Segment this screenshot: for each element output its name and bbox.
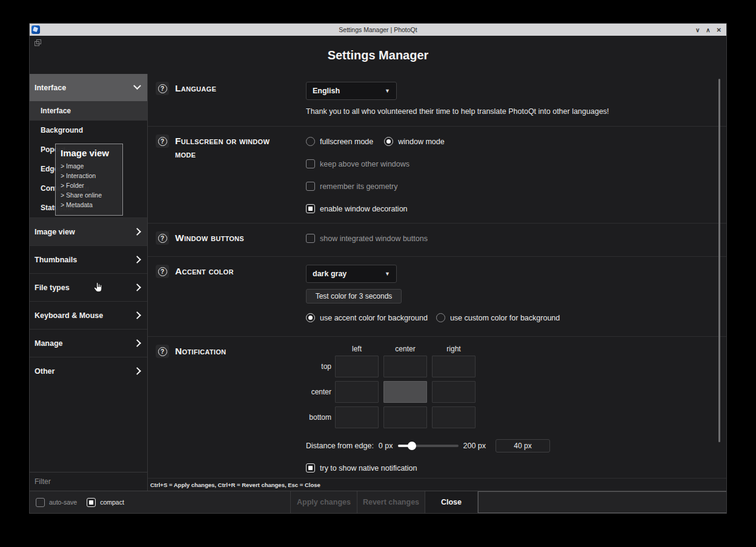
tooltip-item: > Interaction — [61, 171, 118, 181]
compact-checkbox[interactable]: compact — [87, 498, 124, 507]
section-title-fullscreen: Fullscreen or window mode — [175, 134, 306, 162]
remember-geometry-checkbox[interactable]: remember its geometry — [306, 179, 726, 193]
slider-handle[interactable] — [408, 442, 416, 450]
help-icon[interactable]: ? — [156, 345, 169, 358]
slider-max-label: 200 px — [463, 442, 486, 450]
close-button[interactable]: Close — [425, 491, 478, 513]
position-cell-bottom-center[interactable] — [383, 406, 427, 428]
position-cell-center-left[interactable] — [335, 381, 379, 403]
revert-changes-button[interactable]: Revert changes — [357, 491, 425, 513]
sidebar-subitem-interface[interactable]: Interface — [30, 101, 147, 121]
tooltip-title: Image view — [61, 148, 118, 158]
checkbox-icon — [306, 234, 315, 243]
radio-icon — [436, 313, 445, 322]
integrated-window-buttons-checkbox[interactable]: show integrated window buttons — [306, 231, 726, 245]
position-cell-center-right[interactable] — [432, 381, 476, 403]
checkbox-icon — [306, 182, 315, 191]
section-fullscreen-mode: ? Fullscreen or window mode fullscreen m… — [148, 126, 726, 223]
notification-position-grid: left center right top center — [306, 345, 726, 432]
accent-background-radio[interactable]: use accent color for background — [306, 311, 428, 325]
checkbox-icon — [306, 159, 315, 168]
chevron-right-icon — [133, 283, 141, 291]
chevron-right-icon — [133, 367, 141, 375]
help-icon[interactable]: ? — [156, 134, 169, 148]
native-notification-checkbox[interactable]: try to show native notification — [306, 461, 726, 475]
chevron-right-icon — [133, 256, 141, 264]
section-title-window-buttons: Window buttons — [175, 231, 262, 245]
shortcut-hint-bar: Ctrl+S = Apply changes, Ctrl+R = Revert … — [148, 478, 726, 491]
grid-row-bottom: bottom — [306, 413, 331, 422]
chevron-right-icon — [133, 228, 141, 236]
section-title-accent-color: Accent color — [175, 265, 252, 278]
window-title: Settings Manager | PhotoQt — [30, 26, 726, 33]
chevron-down-icon — [133, 82, 141, 90]
sidebar-category-manage[interactable]: Manage — [30, 329, 147, 357]
section-language: ? Language English ▼ Thank you to all wh… — [148, 74, 726, 126]
grid-col-center: center — [383, 345, 427, 353]
popin-windows-icon[interactable] — [35, 39, 41, 46]
test-color-button[interactable]: Test color for 3 seconds — [306, 289, 402, 303]
tooltip-item: > Share online — [61, 190, 118, 200]
position-cell-top-left[interactable] — [335, 356, 379, 377]
vertical-scrollbar[interactable] — [718, 79, 720, 442]
grid-col-right: right — [432, 345, 476, 353]
checkbox-icon — [36, 498, 45, 507]
sidebar-category-file-types[interactable]: File types — [30, 273, 147, 301]
tooltip-item: > Metadata — [61, 200, 118, 210]
tooltip-item: > Image — [61, 161, 118, 171]
translation-note: Thank you to all who volunteered their t… — [306, 107, 726, 116]
auto-save-checkbox[interactable]: auto-save — [36, 498, 77, 507]
checkbox-checked-icon — [306, 204, 315, 213]
help-icon[interactable]: ? — [156, 265, 169, 278]
distance-slider[interactable] — [398, 442, 459, 450]
section-window-buttons: ? Window buttons show integrated window … — [148, 223, 726, 256]
shortcut-hint-text: Ctrl+S = Apply changes, Ctrl+R = Revert … — [150, 482, 320, 488]
sidebar-category-image-view[interactable]: Image view — [30, 217, 147, 245]
keep-above-checkbox[interactable]: keep above other windows — [306, 157, 726, 171]
position-cell-center-center[interactable] — [383, 381, 427, 403]
language-dropdown[interactable]: English ▼ — [306, 82, 397, 100]
section-title-notification: Notification — [175, 345, 244, 358]
grid-row-top: top — [306, 362, 331, 371]
slider-min-label: 0 px — [379, 442, 393, 450]
page-title: Settings Manager — [30, 36, 726, 62]
checkbox-checked-icon — [306, 463, 315, 472]
grid-col-left: left — [335, 345, 379, 353]
filter-row — [30, 472, 147, 491]
position-cell-top-center[interactable] — [383, 356, 427, 377]
sidebar-category-thumbnails[interactable]: Thumbnails — [30, 245, 147, 273]
bottom-bar: auto-save compact Apply changes Revert c… — [30, 491, 726, 513]
distance-label: Distance from edge: — [306, 442, 374, 450]
accent-color-dropdown[interactable]: dark gray ▼ — [306, 265, 397, 283]
header: Settings Manager — [30, 36, 726, 74]
window-decoration-checkbox[interactable]: enable window decoration — [306, 202, 726, 216]
bottom-bar-spacer — [478, 491, 726, 513]
radio-selected-icon — [384, 137, 393, 146]
position-cell-bottom-left[interactable] — [335, 406, 379, 428]
window-mode-radio[interactable]: window mode — [384, 134, 444, 148]
position-cell-bottom-right[interactable] — [432, 406, 476, 428]
settings-manager-window: Settings Manager | PhotoQt ∨ ∧ ✕ Setting… — [29, 23, 727, 514]
sidebar-category-interface[interactable]: Interface — [30, 74, 147, 101]
radio-selected-icon — [306, 313, 315, 322]
checkbox-checked-icon — [87, 498, 96, 507]
fullscreen-mode-radio[interactable]: fullscreen mode — [306, 134, 373, 148]
tooltip-item: > Folder — [61, 181, 118, 190]
sidebar-subitem-background[interactable]: Background — [30, 121, 147, 140]
chevron-right-icon — [133, 311, 141, 319]
section-accent-color: ? Accent color dark gray ▼ Test color fo… — [148, 256, 726, 336]
titlebar[interactable]: Settings Manager | PhotoQt ∨ ∧ ✕ — [30, 24, 726, 36]
apply-changes-button[interactable]: Apply changes — [290, 491, 357, 513]
chevron-right-icon — [133, 339, 141, 347]
custom-background-radio[interactable]: use custom color for background — [436, 311, 560, 325]
help-icon[interactable]: ? — [156, 231, 169, 245]
sidebar-category-keyboard-mouse[interactable]: Keyboard & Mouse — [30, 301, 147, 329]
hand-cursor-icon — [93, 281, 103, 296]
sidebar-category-other[interactable]: Other — [30, 357, 147, 385]
help-icon[interactable]: ? — [156, 82, 169, 95]
dropdown-caret-icon: ▼ — [385, 88, 390, 94]
position-cell-top-right[interactable] — [432, 356, 476, 377]
section-notification: ? Notification left center right top — [148, 336, 726, 478]
filter-input[interactable] — [30, 477, 147, 486]
distance-value-box[interactable]: 40 px — [496, 439, 550, 453]
